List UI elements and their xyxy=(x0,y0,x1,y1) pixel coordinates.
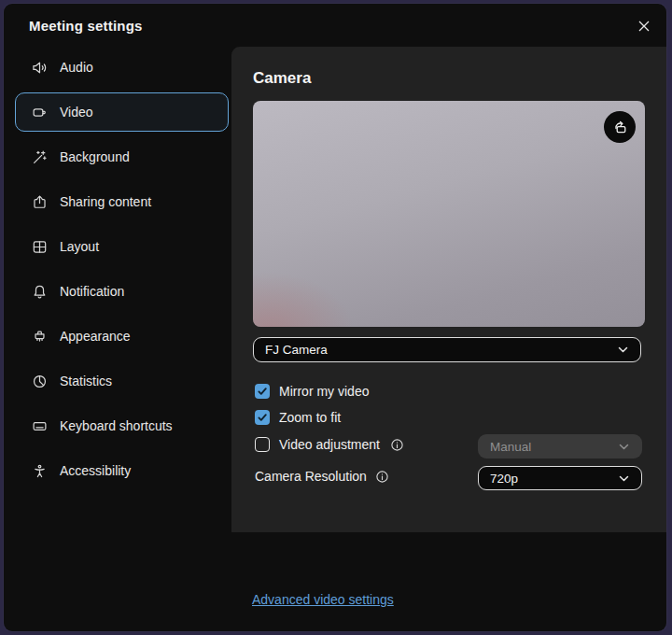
sidebar-item-label: Audio xyxy=(60,60,93,75)
sidebar-item-accessibility[interactable]: Accessibility xyxy=(15,451,229,490)
sidebar-item-layout[interactable]: Layout xyxy=(15,227,229,266)
sidebar-item-label: Accessibility xyxy=(60,463,131,478)
panel-heading: Camera xyxy=(253,69,311,88)
camera-resolution-select[interactable]: 720p xyxy=(478,466,642,490)
video-settings-panel: Camera FJ Camera Mirror my video xyxy=(231,47,666,532)
video-adjustment-label: Video adjustment xyxy=(279,437,380,452)
share-icon xyxy=(32,194,48,210)
checkbox-checked-icon xyxy=(255,384,270,399)
camera-resolution-value: 720p xyxy=(490,472,518,486)
close-icon xyxy=(637,20,651,33)
chevron-down-icon xyxy=(617,344,629,356)
mirror-my-video-label: Mirror my video xyxy=(279,384,369,399)
sidebar-item-sharing-content[interactable]: Sharing content xyxy=(15,182,229,221)
sidebar-item-label: Sharing content xyxy=(60,194,151,209)
close-button[interactable] xyxy=(632,14,656,38)
sidebar-item-appearance[interactable]: Appearance xyxy=(15,317,229,356)
sidebar-item-label: Statistics xyxy=(60,374,112,388)
mirror-my-video-checkbox[interactable]: Mirror my video xyxy=(255,384,369,399)
chevron-down-icon xyxy=(618,441,630,453)
camera-device-select[interactable]: FJ Camera xyxy=(253,337,641,362)
dialog-title: Meeting settings xyxy=(29,18,143,34)
sidebar-item-notification[interactable]: Notification xyxy=(15,272,229,311)
paint-brush-icon xyxy=(32,329,48,345)
keyboard-icon xyxy=(32,418,48,434)
camera-resolution-label: Camera Resolution xyxy=(255,469,367,484)
sidebar-item-statistics[interactable]: Statistics xyxy=(15,361,229,401)
video-adjustment-select: Manual xyxy=(478,434,642,459)
checkbox-unchecked-icon xyxy=(255,437,270,452)
sidebar-item-video[interactable]: Video xyxy=(15,92,229,132)
sidebar-item-label: Appearance xyxy=(60,329,131,344)
sidebar-item-background[interactable]: Background xyxy=(15,137,229,176)
video-adjustment-value: Manual xyxy=(490,440,531,454)
sidebar-item-label: Layout xyxy=(60,239,99,254)
sidebar-item-keyboard-shortcuts[interactable]: Keyboard shortcuts xyxy=(15,406,229,445)
info-icon[interactable] xyxy=(390,438,404,452)
video-adjustment-checkbox[interactable]: Video adjustment xyxy=(255,437,404,452)
bell-icon xyxy=(32,284,48,300)
sidebar-item-label: Notification xyxy=(60,284,124,299)
meeting-settings-dialog: Meeting settings Audio Video Background … xyxy=(4,4,666,631)
flip-camera-button[interactable] xyxy=(604,111,636,143)
speaker-icon xyxy=(32,60,48,76)
chevron-down-icon xyxy=(618,473,630,485)
sidebar-item-label: Background xyxy=(60,149,130,164)
sidebar-item-label: Keyboard shortcuts xyxy=(60,418,173,433)
grid-layout-icon xyxy=(32,239,48,255)
sidebar-item-label: Video xyxy=(60,105,93,120)
flip-camera-icon xyxy=(611,119,629,136)
zoom-to-fit-label: Zoom to fit xyxy=(279,410,341,425)
camera-preview xyxy=(253,101,645,327)
pie-chart-icon xyxy=(32,374,48,389)
accessibility-icon xyxy=(32,463,48,479)
magic-wand-icon xyxy=(32,149,48,165)
video-camera-icon xyxy=(32,105,48,120)
zoom-to-fit-checkbox[interactable]: Zoom to fit xyxy=(255,410,341,425)
advanced-video-settings-link[interactable]: Advanced video settings xyxy=(252,592,394,607)
sidebar-item-audio[interactable]: Audio xyxy=(15,48,229,87)
camera-resolution-row: Camera Resolution xyxy=(255,464,389,488)
camera-device-value: FJ Camera xyxy=(265,343,328,357)
info-icon[interactable] xyxy=(375,470,389,484)
checkbox-checked-icon xyxy=(255,410,270,425)
